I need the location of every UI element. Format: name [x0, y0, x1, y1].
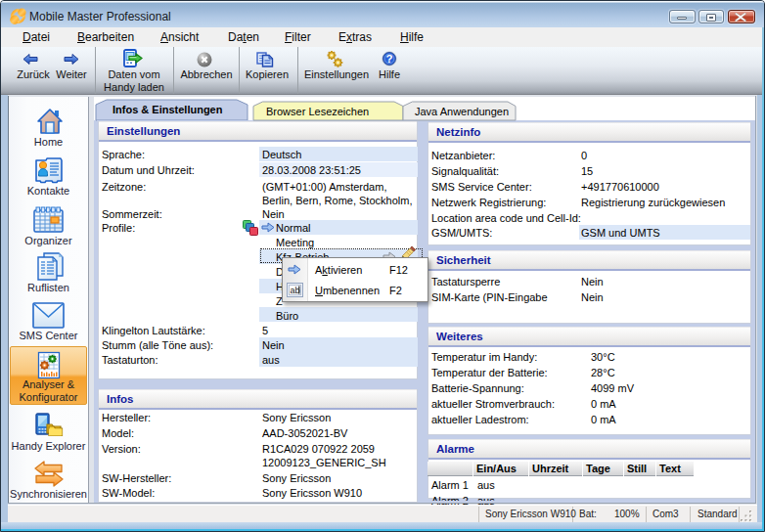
svg-text:?: ?	[385, 53, 392, 65]
svg-text:ab: ab	[290, 286, 299, 295]
